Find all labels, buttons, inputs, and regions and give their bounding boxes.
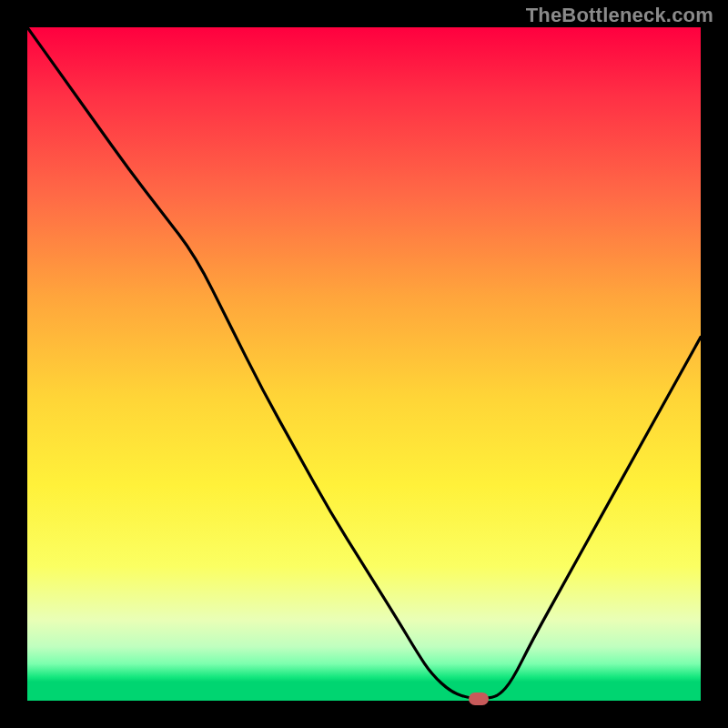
watermark-text: TheBottleneck.com xyxy=(526,4,713,27)
plot-area xyxy=(27,27,701,701)
optimal-point-marker xyxy=(469,693,489,705)
chart-container: TheBottleneck.com xyxy=(0,0,728,728)
bottleneck-curve xyxy=(27,27,701,699)
curve-svg xyxy=(27,27,701,701)
